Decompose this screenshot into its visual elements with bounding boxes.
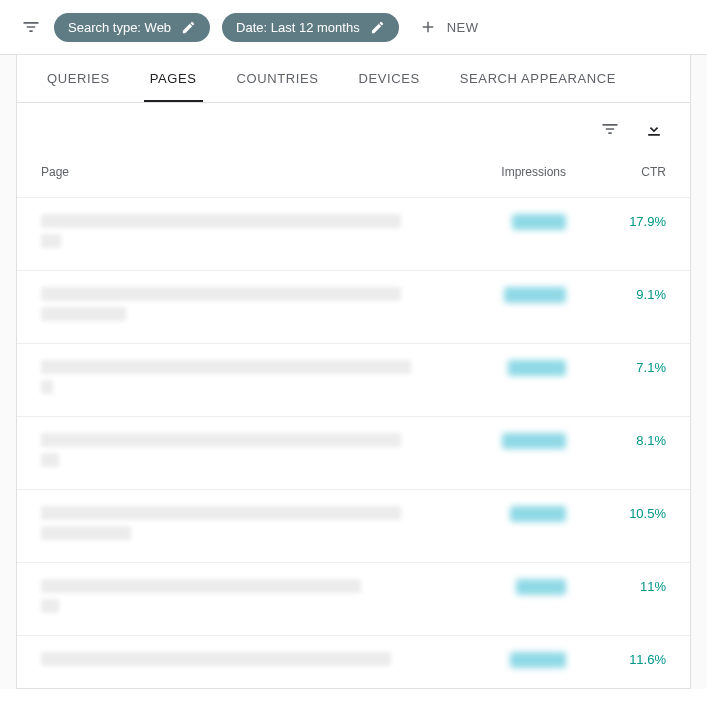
table-filter-icon[interactable] <box>598 117 622 141</box>
cell-impressions <box>446 579 566 595</box>
dimension-tabs: QUERIES PAGES COUNTRIES DEVICES SEARCH A… <box>17 55 690 103</box>
table-row[interactable]: 7.1% <box>17 343 690 416</box>
download-icon[interactable] <box>642 117 666 141</box>
redacted-value <box>510 652 566 668</box>
tab-queries[interactable]: QUERIES <box>41 55 116 102</box>
edit-icon <box>370 20 385 35</box>
cell-ctr: 10.5% <box>566 506 666 521</box>
col-header-ctr[interactable]: CTR <box>566 165 666 179</box>
tab-devices[interactable]: DEVICES <box>353 55 426 102</box>
redacted-value <box>508 360 566 376</box>
redacted-text <box>41 360 411 374</box>
redacted-value <box>502 433 566 449</box>
redacted-text <box>41 307 126 321</box>
col-header-impressions[interactable]: Impressions <box>446 165 566 179</box>
cell-impressions <box>446 652 566 668</box>
table-row[interactable]: 10.5% <box>17 489 690 562</box>
cell-impressions <box>446 433 566 449</box>
redacted-value <box>516 579 566 595</box>
plus-icon <box>419 18 437 36</box>
cell-page <box>41 652 446 672</box>
table-toolbar <box>17 103 690 155</box>
redacted-text <box>41 652 391 666</box>
cell-page <box>41 579 446 619</box>
cell-ctr: 17.9% <box>566 214 666 229</box>
redacted-text <box>41 453 59 467</box>
filter-icon[interactable] <box>20 16 42 38</box>
cell-ctr: 9.1% <box>566 287 666 302</box>
redacted-value <box>504 287 566 303</box>
cell-page <box>41 506 446 546</box>
chip-search-type-label: Search type: Web <box>68 20 171 35</box>
redacted-text <box>41 287 401 301</box>
cell-ctr: 8.1% <box>566 433 666 448</box>
new-filter-button[interactable]: NEW <box>411 12 487 42</box>
cell-impressions <box>446 506 566 522</box>
table-row[interactable]: 17.9% <box>17 197 690 270</box>
chip-search-type[interactable]: Search type: Web <box>54 13 210 42</box>
redacted-value <box>510 506 566 522</box>
redacted-text <box>41 579 361 593</box>
redacted-text <box>41 214 401 228</box>
results-card: QUERIES PAGES COUNTRIES DEVICES SEARCH A… <box>16 55 691 689</box>
chip-date-range-label: Date: Last 12 months <box>236 20 360 35</box>
table-row[interactable]: 9.1% <box>17 270 690 343</box>
redacted-text <box>41 506 401 520</box>
edit-icon <box>181 20 196 35</box>
cell-ctr: 11.6% <box>566 652 666 667</box>
new-filter-label: NEW <box>447 20 479 35</box>
cell-ctr: 7.1% <box>566 360 666 375</box>
redacted-text <box>41 380 53 394</box>
table-row[interactable]: 8.1% <box>17 416 690 489</box>
redacted-text <box>41 526 131 540</box>
table-row[interactable]: 11% <box>17 562 690 635</box>
cell-impressions <box>446 360 566 376</box>
cell-page <box>41 360 446 400</box>
table-row[interactable]: 11.6% <box>17 635 690 688</box>
cell-page <box>41 433 446 473</box>
top-toolbar: Search type: Web Date: Last 12 months NE… <box>0 0 707 55</box>
col-header-page[interactable]: Page <box>41 165 446 179</box>
cell-impressions <box>446 287 566 303</box>
tab-countries[interactable]: COUNTRIES <box>231 55 325 102</box>
cell-ctr: 11% <box>566 579 666 594</box>
redacted-text <box>41 433 401 447</box>
redacted-value <box>512 214 566 230</box>
chip-date-range[interactable]: Date: Last 12 months <box>222 13 399 42</box>
table-header: Page Impressions CTR <box>17 155 690 197</box>
cell-impressions <box>446 214 566 230</box>
tab-search-appearance[interactable]: SEARCH APPEARANCE <box>454 55 622 102</box>
tab-pages[interactable]: PAGES <box>144 55 203 102</box>
cell-page <box>41 287 446 327</box>
redacted-text <box>41 234 61 248</box>
redacted-text <box>41 599 59 613</box>
cell-page <box>41 214 446 254</box>
